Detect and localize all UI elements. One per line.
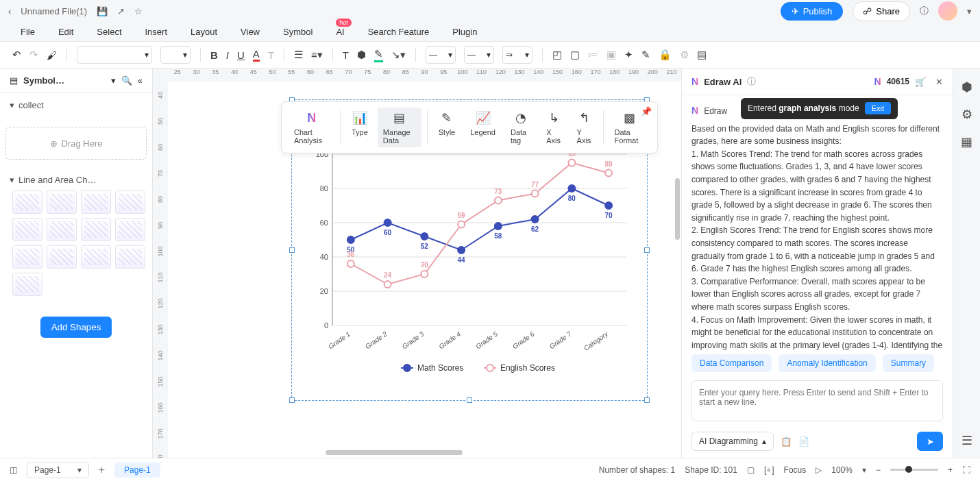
collapse-icon[interactable]: «: [138, 75, 143, 86]
chart-thumb[interactable]: [47, 190, 77, 214]
chart-thumb[interactable]: [115, 190, 145, 214]
zoom-in-button[interactable]: +: [948, 465, 953, 475]
close-icon[interactable]: ✕: [935, 77, 943, 87]
send-button[interactable]: ➤: [917, 432, 943, 451]
chart-thumb[interactable]: [81, 218, 111, 241]
caret-down-icon[interactable]: ▾: [967, 6, 972, 16]
chip-data-comparison[interactable]: Data Comparison: [691, 354, 772, 372]
fullscreen-icon[interactable]: ⛶: [962, 465, 970, 475]
layers-icon[interactable]: ▢: [747, 465, 755, 475]
chart-thumb[interactable]: [115, 245, 145, 269]
publish-button[interactable]: ✈ Publish: [781, 2, 844, 21]
zoom-out-button[interactable]: −: [876, 465, 881, 475]
menu-file[interactable]: File: [21, 27, 35, 37]
chart-thumb[interactable]: [47, 245, 77, 269]
manage-data-button[interactable]: ▤Manage Data: [378, 108, 421, 147]
add-shapes-button[interactable]: Add Shapes: [40, 317, 112, 338]
resize-handle[interactable]: [289, 247, 295, 253]
pages-icon[interactable]: ◫: [10, 465, 17, 475]
bold-button[interactable]: B: [210, 49, 218, 61]
page-tab[interactable]: Page-1: [114, 463, 160, 478]
redo-button[interactable]: ↷: [29, 49, 38, 61]
ai-tool-icon[interactable]: ⚙: [961, 107, 972, 122]
star-icon[interactable]: ☆: [134, 6, 143, 16]
chart-thumb[interactable]: [81, 190, 111, 214]
menu-ai[interactable]: AI hot: [336, 27, 344, 37]
menu-insert[interactable]: Insert: [145, 27, 168, 37]
text-tool-button[interactable]: T: [343, 49, 349, 61]
x-axis-button[interactable]: ↳X Axis: [541, 108, 567, 147]
chart-thumb[interactable]: [12, 273, 42, 296]
focus-icon[interactable]: [∘]: [764, 465, 774, 475]
template-icon[interactable]: 📄: [798, 436, 809, 447]
font-color-button[interactable]: A: [253, 48, 260, 62]
menu-layout[interactable]: Layout: [191, 27, 217, 37]
line-weight-select[interactable]: —▾: [464, 46, 494, 64]
lock-button[interactable]: 🔒: [659, 49, 672, 61]
layer-back-button[interactable]: ▢: [570, 49, 580, 61]
page-select[interactable]: Page-1▾: [27, 462, 89, 478]
play-icon[interactable]: ▷: [816, 465, 822, 475]
avatar[interactable]: [938, 1, 957, 21]
menu-view[interactable]: View: [241, 27, 260, 37]
chart-style-button[interactable]: ✎Style: [433, 108, 461, 147]
table-button[interactable]: ▤: [697, 49, 707, 61]
history-icon[interactable]: 📋: [781, 436, 792, 447]
group-button[interactable]: ▣: [607, 49, 616, 61]
chip-summary[interactable]: Summary: [883, 354, 934, 372]
chart-thumb[interactable]: [81, 245, 111, 269]
line-spacing-button[interactable]: ≡▾: [311, 49, 323, 61]
magic-button[interactable]: ✦: [624, 49, 633, 61]
menu-symbol[interactable]: Symbol: [283, 27, 313, 37]
arrow-select[interactable]: ⇛▾: [502, 46, 532, 64]
resize-handle[interactable]: [644, 397, 650, 403]
help-icon[interactable]: ⓘ: [920, 5, 929, 17]
align-objects-button[interactable]: ≔: [588, 49, 598, 61]
edit-button[interactable]: ✎: [641, 49, 650, 61]
italic-button[interactable]: I: [226, 49, 229, 61]
chip-anomaly[interactable]: Anomaly Identification: [779, 354, 875, 372]
export-icon[interactable]: ↗: [117, 6, 125, 16]
chart-type-button[interactable]: 📊Type: [346, 108, 373, 147]
align-button[interactable]: ☰: [294, 49, 303, 61]
underline-button[interactable]: U: [237, 49, 245, 61]
ai-mode-select[interactable]: AI Diagramming ▴: [691, 432, 774, 451]
drag-here-zone[interactable]: ⊕ Drag Here: [5, 127, 147, 160]
fill-button[interactable]: ⬢: [357, 49, 366, 61]
text-style-button[interactable]: T: [268, 49, 274, 61]
settings-button[interactable]: ⚙: [680, 49, 689, 61]
chart-thumb[interactable]: [115, 218, 145, 241]
share-button[interactable]: ☍ Share: [853, 1, 910, 21]
exit-mode-button[interactable]: Exit: [865, 102, 891, 114]
line-style-select[interactable]: —▾: [426, 46, 456, 64]
undo-button[interactable]: ↶: [12, 49, 21, 61]
pin-icon[interactable]: 📌: [641, 106, 652, 116]
settings-rail-icon[interactable]: ☰: [961, 433, 972, 448]
line-area-section[interactable]: ▾ Line and Area Ch…: [10, 175, 143, 185]
font-size-select[interactable]: ▾: [160, 46, 191, 64]
info-icon[interactable]: ⓘ: [747, 75, 756, 88]
chart-analysis-button[interactable]: NChart Analysis: [289, 108, 334, 147]
resize-handle[interactable]: [644, 247, 650, 253]
collect-section[interactable]: ▾ collect: [10, 100, 143, 110]
layer-front-button[interactable]: ◰: [552, 49, 562, 61]
canvas[interactable]: 2530354045505560657075808590951001101201…: [153, 69, 681, 458]
vertical-scrollbar[interactable]: [675, 178, 680, 240]
ai-query-input[interactable]: [691, 380, 943, 421]
zoom-value[interactable]: 100%: [831, 465, 853, 475]
cart-icon[interactable]: 🛒: [915, 77, 926, 87]
menu-search-feature[interactable]: Search Feature: [368, 27, 430, 37]
data-tag-button[interactable]: ◔Data tag: [505, 108, 537, 147]
save-icon[interactable]: 💾: [97, 6, 108, 16]
connector-button[interactable]: ↘▾: [391, 49, 406, 61]
zoom-slider[interactable]: [890, 469, 938, 471]
resize-handle[interactable]: [289, 397, 295, 403]
line-color-button[interactable]: ✎: [374, 48, 383, 62]
library-dropdown-icon[interactable]: ▾: [111, 75, 116, 86]
search-icon[interactable]: 🔍: [121, 75, 132, 86]
y-axis-button[interactable]: ↰Y Axis: [572, 108, 598, 147]
legend-button[interactable]: 📈Legend: [465, 108, 501, 147]
chart-thumb[interactable]: [12, 190, 42, 214]
chart-thumb[interactable]: [47, 218, 77, 241]
font-family-select[interactable]: ▾: [77, 46, 152, 64]
